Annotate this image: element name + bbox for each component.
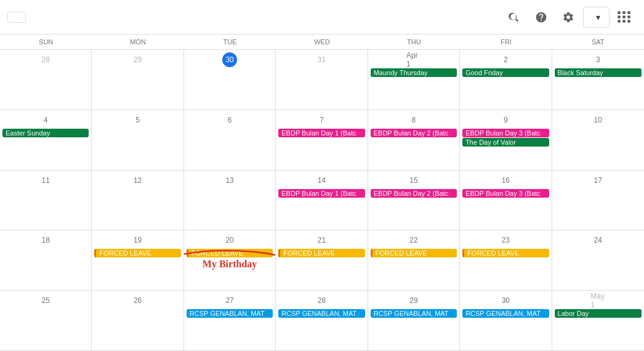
calendar-event[interactable]: EBDP Bulan Day 3 (Batc (462, 189, 549, 198)
apps-icon (618, 11, 631, 23)
day-number[interactable]: 20 (222, 233, 237, 248)
calendar-event[interactable]: FORCED LEAVE (462, 249, 549, 257)
calendar-cell: 30RCSP GENABLAN, MAT (460, 291, 552, 351)
day-number[interactable]: 31 (314, 52, 329, 67)
chevron-down-icon: ▾ (596, 12, 600, 22)
header: ▾ (0, 0, 644, 34)
calendar-event[interactable]: EBDP Bulan Day 1 (Batc (278, 129, 364, 137)
calendar-cell: 4Easter Sunday (0, 110, 92, 171)
day-number[interactable]: 6 (222, 113, 237, 127)
calendar-event[interactable]: EBDP Bulan Day 1 (Batc (278, 189, 364, 198)
calendar-event[interactable]: FORCED LEAVE (187, 249, 273, 257)
day-number[interactable]: Apr 1 (406, 52, 421, 67)
calendar-cell: 17 (552, 171, 644, 231)
calendar-cell: 16EBDP Bulan Day 3 (Batc (460, 171, 552, 231)
calendar-cell: 29RCSP GENABLAN, MAT (368, 291, 460, 351)
calendar: SUNMONTUEWEDTHUFRISAT 28293031Apr 1Maund… (0, 34, 644, 351)
day-header-wed: WED (276, 34, 368, 49)
calendar-cell: 7EBDP Bulan Day 1 (Batc (276, 110, 368, 171)
day-number[interactable]: 7 (314, 113, 329, 127)
day-number[interactable]: 21 (314, 233, 329, 248)
day-number[interactable]: 30 (498, 293, 513, 308)
day-header-sun: SUN (0, 34, 92, 49)
day-number[interactable]: 9 (498, 113, 513, 127)
search-button[interactable] (502, 5, 526, 30)
day-number[interactable]: 4 (38, 113, 53, 127)
day-number[interactable]: 22 (406, 233, 421, 248)
calendar-cell: 28RCSP GENABLAN, MAT (276, 291, 368, 351)
calendar-event[interactable]: EBDP Bulan Day 2 (Batc (371, 189, 457, 198)
calendar-cell: 24 (552, 230, 644, 291)
day-number[interactable]: 23 (498, 233, 513, 248)
calendar-event[interactable]: EBDP Bulan Day 3 (Batc (462, 129, 549, 137)
calendar-cell: 12 (92, 171, 183, 231)
calendar-cell: 8EBDP Bulan Day 2 (Batc (368, 110, 460, 171)
calendar-cell: 5 (92, 110, 183, 171)
day-number[interactable]: 2 (498, 52, 513, 67)
calendar-cell: 6 (184, 110, 276, 171)
day-number[interactable]: 25 (38, 293, 53, 308)
day-number[interactable]: 29 (406, 293, 421, 308)
calendar-event[interactable]: RCSP GENABLAN, MAT (462, 309, 549, 318)
day-number[interactable]: 30 (222, 52, 237, 67)
day-number[interactable]: May 1 (590, 293, 605, 308)
calendar-event[interactable]: EBDP Bulan Day 2 (Batc (371, 129, 457, 137)
help-icon (535, 11, 547, 23)
calendar-event[interactable]: RCSP GENABLAN, MAT (371, 309, 457, 318)
settings-button[interactable] (556, 5, 581, 30)
help-button[interactable] (529, 5, 553, 30)
day-header-sat: SAT (552, 34, 644, 49)
settings-icon (562, 11, 574, 23)
day-number[interactable]: 26 (131, 293, 145, 308)
calendar-event[interactable]: Good Friday (462, 68, 549, 77)
calendar-cell: 14EBDP Bulan Day 1 (Batc (276, 171, 368, 231)
calendar-cell: 20FORCED LEAVEMy Birthday (184, 230, 276, 291)
calendar-event[interactable]: Labor Day (555, 309, 642, 318)
day-number[interactable]: 29 (131, 52, 145, 67)
birthday-text: My Birthday (187, 259, 273, 270)
day-number[interactable]: 5 (131, 113, 145, 127)
calendar-event[interactable]: Black Saturday (555, 68, 642, 77)
calendar-event[interactable]: RCSP GENABLAN, MAT (187, 309, 273, 318)
calendar-cell: 11 (0, 171, 92, 231)
day-number[interactable]: 19 (131, 233, 145, 248)
day-number[interactable]: 12 (131, 173, 145, 188)
day-header-mon: MON (92, 34, 183, 49)
calendar-cell: 25 (0, 291, 92, 351)
next-month-button[interactable] (53, 7, 73, 27)
calendar-event[interactable]: FORCED LEAVE (371, 249, 457, 257)
search-icon (508, 11, 520, 23)
calendar-cell: 26 (92, 291, 183, 351)
today-button[interactable] (7, 12, 26, 23)
calendar-cell: 27RCSP GENABLAN, MAT (184, 291, 276, 351)
day-number[interactable]: 28 (38, 52, 53, 67)
calendar-cell: 18 (0, 230, 92, 291)
day-number[interactable]: 11 (38, 173, 53, 188)
calendar-event[interactable]: FORCED LEAVE (278, 249, 364, 257)
calendar-event[interactable]: The Day of Valor (462, 138, 549, 147)
calendar-event[interactable]: Easter Sunday (2, 129, 89, 137)
day-number[interactable]: 24 (590, 233, 605, 248)
calendar-event[interactable]: Maundy Thursday (371, 68, 457, 77)
apps-button[interactable] (612, 5, 637, 30)
day-number[interactable]: 15 (406, 173, 421, 188)
day-number[interactable]: 16 (498, 173, 513, 188)
calendar-event[interactable]: RCSP GENABLAN, MAT (278, 309, 364, 318)
day-number[interactable]: 18 (38, 233, 53, 248)
calendar-cell: 22FORCED LEAVE (368, 230, 460, 291)
day-number[interactable]: 14 (314, 173, 329, 188)
day-number[interactable]: 10 (590, 113, 605, 127)
day-number[interactable]: 27 (222, 293, 237, 308)
day-number[interactable]: 8 (406, 113, 421, 127)
calendar-cell: 3Black Saturday (552, 50, 644, 110)
prev-month-button[interactable] (33, 7, 53, 27)
day-headers: SUNMONTUEWEDTHUFRISAT (0, 34, 644, 50)
calendar-cell: 19FORCED LEAVE (92, 230, 183, 291)
day-number[interactable]: 17 (590, 173, 605, 188)
view-selector[interactable]: ▾ (583, 7, 610, 28)
day-number[interactable]: 13 (222, 173, 237, 188)
calendar-grid: 28293031Apr 1Maundy Thursday2Good Friday… (0, 50, 644, 351)
day-number[interactable]: 28 (314, 293, 329, 308)
day-number[interactable]: 3 (590, 52, 605, 67)
calendar-event[interactable]: FORCED LEAVE (94, 249, 180, 257)
